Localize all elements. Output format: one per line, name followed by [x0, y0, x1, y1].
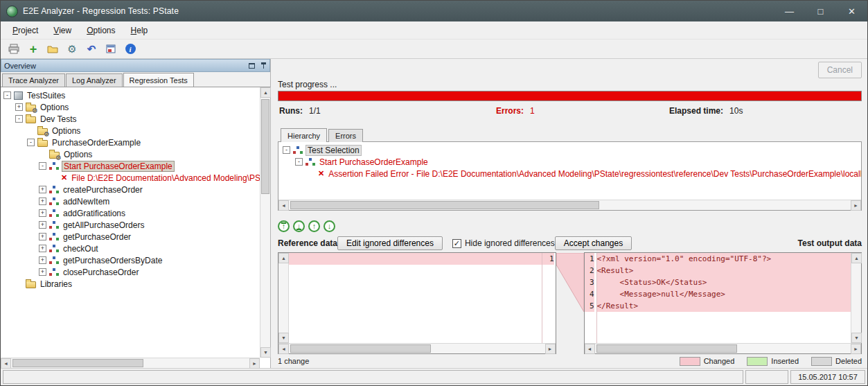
scroll-right-icon[interactable]: ►: [249, 358, 260, 369]
float-panel-icon[interactable]: [249, 63, 255, 69]
tree-node-label: getPurchaseOrdersByDate: [62, 256, 163, 265]
hierarchy-node-assertion-error[interactable]: ✕ Assertion Failed Error - File D:\E2E D…: [278, 168, 861, 179]
print-icon[interactable]: [6, 42, 21, 57]
tree-node-getpurchaseorder[interactable]: + getPurchaseOrder: [1, 231, 260, 243]
reference-content[interactable]: [289, 253, 542, 343]
expand-toggle-icon[interactable]: +: [39, 233, 46, 240]
expand-toggle-icon[interactable]: +: [39, 186, 46, 193]
tab-trace-analyzer[interactable]: Trace Analyzer: [2, 73, 65, 87]
reference-vertical-scrollbar[interactable]: ▲ ▼: [278, 253, 289, 343]
tree-node-options[interactable]: + Options: [1, 101, 260, 113]
hide-ignored-checkbox-group[interactable]: ✓ Hide ignored differences: [452, 238, 555, 248]
collapse-toggle-icon[interactable]: -: [283, 146, 290, 154]
tree-node-addnewitem[interactable]: + addNewItem: [1, 195, 260, 207]
scroll-left-icon[interactable]: ◄: [1, 358, 11, 369]
scrollbar-thumb[interactable]: [290, 201, 599, 209]
scroll-down-icon[interactable]: ▼: [851, 333, 862, 343]
collapse-toggle-icon[interactable]: -: [15, 115, 23, 123]
edit-ignored-differences-button[interactable]: Edit ignored differences: [337, 236, 443, 250]
undo-icon[interactable]: ↶: [84, 42, 99, 57]
first-difference-button[interactable]: ↑: [278, 220, 290, 232]
scroll-up-icon[interactable]: ▲: [851, 253, 862, 263]
scroll-right-icon[interactable]: ►: [545, 344, 556, 354]
hide-ignored-checkbox[interactable]: ✓: [452, 239, 461, 248]
next-difference-button[interactable]: ↓: [324, 220, 335, 232]
hierarchy-horizontal-scrollbar[interactable]: ◄ ►: [278, 200, 861, 210]
options-folder-icon: [26, 105, 36, 112]
scrollbar-thumb[interactable]: [261, 99, 269, 194]
tree-node-getallpurchaseorders[interactable]: + getAllPurchaseOrders: [1, 219, 260, 231]
tab-regression-tests[interactable]: Regression Tests: [123, 73, 194, 87]
collapse-toggle-icon[interactable]: -: [39, 162, 46, 170]
expand-toggle-icon[interactable]: +: [39, 256, 46, 264]
cancel-button[interactable]: Cancel: [818, 62, 862, 78]
menu-options[interactable]: Options: [79, 23, 123, 38]
scrollbar-thumb[interactable]: [596, 344, 737, 353]
scroll-left-icon[interactable]: ◄: [585, 344, 595, 354]
report-icon[interactable]: [103, 42, 118, 57]
scroll-left-icon[interactable]: ◄: [278, 200, 289, 211]
hierarchy-node-label: Start PurchaseOrderExample: [318, 157, 429, 167]
tree-node-error-file[interactable]: ✕ File D:\E2E Documentation\Advanced Mod…: [1, 172, 260, 184]
tree-horizontal-scrollbar[interactable]: ◄ ►: [1, 358, 260, 368]
menu-view[interactable]: View: [46, 23, 79, 38]
scroll-up-icon[interactable]: ▲: [260, 87, 271, 98]
collapse-toggle-icon[interactable]: -: [295, 158, 303, 166]
scroll-right-icon[interactable]: ►: [851, 200, 861, 211]
reference-data-pane: ▲ ▼ 1 ◄ ►: [278, 252, 556, 354]
tree-node-checkout[interactable]: + checkOut: [1, 243, 260, 254]
last-difference-button[interactable]: ↓: [293, 220, 305, 232]
tree-node-closepurchaseorder[interactable]: + closePurchaseOrder: [1, 266, 260, 278]
test-icon: [49, 197, 59, 206]
tree-node-testsuites[interactable]: - TestSuites: [1, 89, 260, 101]
info-icon[interactable]: i: [123, 42, 138, 57]
expand-toggle-icon[interactable]: +: [39, 245, 46, 252]
scrollbar-thumb[interactable]: [12, 359, 143, 367]
tree-node-options[interactable]: Options: [1, 125, 260, 137]
settings-gear-icon[interactable]: ⚙: [64, 42, 80, 57]
tree-node-options[interactable]: Options: [1, 148, 260, 160]
accept-changes-button[interactable]: Accept changes: [555, 236, 632, 250]
tab-log-analyzer[interactable]: Log Analyzer: [66, 73, 123, 87]
tree-node-createpurchaseorder[interactable]: + createPurchaseOrder: [1, 184, 260, 195]
scroll-left-icon[interactable]: ◄: [278, 344, 289, 354]
tree-vertical-scrollbar[interactable]: ▲ ▼: [260, 87, 270, 358]
expand-toggle-icon[interactable]: +: [15, 103, 23, 111]
hierarchy-node-test-selection[interactable]: - Test Selection: [278, 144, 861, 156]
window-title: E2E Analyzer - Regression Tests: PState: [23, 6, 179, 16]
output-content[interactable]: <?xml version="1.0" encoding="UTF-8"?> <…: [597, 253, 851, 343]
hierarchy-node-start-purchaseorderexample[interactable]: - Start PurchaseOrderExample: [278, 156, 861, 168]
expand-toggle-icon[interactable]: +: [39, 268, 46, 276]
tree-node-dev-tests[interactable]: - Dev Tests: [1, 113, 260, 125]
scrollbar-thumb[interactable]: [290, 344, 431, 353]
tree-node-libraries[interactable]: Libraries: [1, 278, 260, 290]
tab-errors[interactable]: Errors: [328, 129, 363, 142]
open-folder-icon[interactable]: [45, 42, 60, 57]
tree-node-getpurchaseordersbydate[interactable]: + getPurchaseOrdersByDate: [1, 254, 260, 266]
previous-difference-button[interactable]: ↑: [308, 220, 320, 232]
collapse-toggle-icon[interactable]: -: [27, 139, 35, 146]
tree-node-start-purchaseorderexample[interactable]: - Start PurchaseOrderExample: [1, 160, 260, 172]
tree-node-purchaseorderexample[interactable]: - PurchaseOrderExample: [1, 137, 260, 148]
maximize-button[interactable]: □: [805, 1, 836, 21]
close-button[interactable]: ✕: [836, 1, 867, 21]
expand-toggle-icon[interactable]: +: [39, 221, 46, 229]
output-vertical-scrollbar[interactable]: ▲ ▼: [851, 253, 861, 343]
scroll-up-icon[interactable]: ▲: [278, 253, 289, 263]
minimize-button[interactable]: —: [774, 1, 805, 21]
scroll-right-icon[interactable]: ►: [851, 344, 861, 354]
menu-project[interactable]: Project: [5, 23, 46, 38]
pin-icon[interactable]: [260, 62, 267, 69]
menu-help[interactable]: Help: [123, 23, 156, 38]
expand-toggle-icon[interactable]: +: [39, 209, 46, 217]
scroll-down-icon[interactable]: ▼: [278, 333, 289, 343]
add-icon[interactable]: +: [26, 42, 41, 57]
collapse-toggle-icon[interactable]: -: [3, 91, 11, 99]
output-horizontal-scrollbar[interactable]: ◄ ►: [585, 343, 862, 353]
scroll-down-icon[interactable]: ▼: [260, 347, 271, 358]
reference-horizontal-scrollbar[interactable]: ◄ ►: [278, 343, 556, 353]
tree-node-label: createPurchaseOrder: [62, 185, 144, 195]
expand-toggle-icon[interactable]: +: [39, 198, 46, 205]
tree-node-addgratifications[interactable]: + addGratifications: [1, 207, 260, 219]
tab-hierarchy[interactable]: Hierarchy: [281, 128, 327, 142]
